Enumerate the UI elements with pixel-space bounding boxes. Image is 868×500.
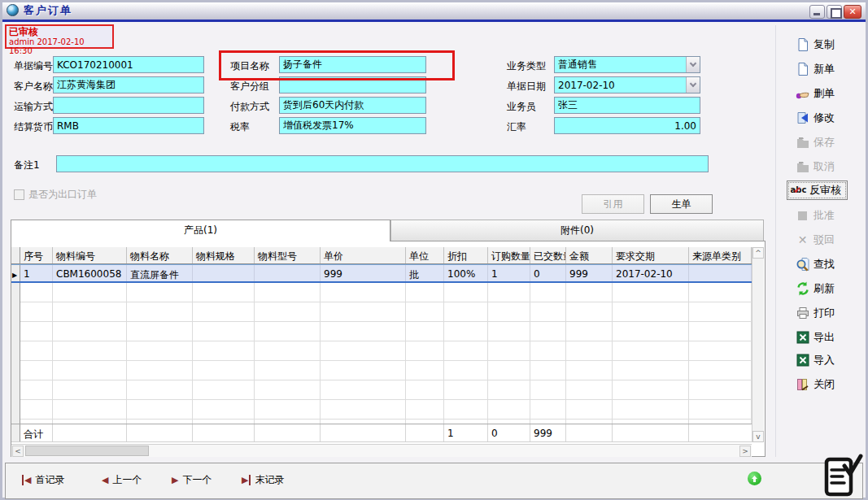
- remark1-input[interactable]: [56, 155, 709, 172]
- col-header[interactable]: 金额: [566, 247, 613, 263]
- grid-column-line: [530, 283, 566, 424]
- biz-type-combo[interactable]: [554, 56, 700, 73]
- import-button[interactable]: 导入: [795, 350, 835, 370]
- customer-order-window: 客户订单 ✕ 已审核 admin 2017-02-10 16:30 单据编号 客…: [0, 0, 868, 500]
- cell: [321, 424, 406, 441]
- remark1-label: 备注1: [14, 159, 40, 172]
- reference-button: 引用: [582, 194, 644, 214]
- export-order-checkbox-label: 是否为出口订单: [28, 188, 97, 202]
- total-qty: 1: [444, 424, 488, 441]
- scroll-left-icon[interactable]: <: [12, 446, 24, 457]
- cell: [613, 424, 689, 441]
- customer-input[interactable]: [53, 76, 204, 93]
- horizontal-scrollbar[interactable]: < >: [11, 444, 752, 457]
- cell: 2017-02-10: [613, 265, 689, 281]
- payment-input[interactable]: [279, 97, 426, 114]
- button-label: 批准: [813, 208, 835, 223]
- grid-column-line: [11, 283, 20, 424]
- order-date-combo[interactable]: [554, 76, 700, 93]
- col-header[interactable]: 已交数量: [530, 247, 566, 263]
- close-button[interactable]: ✕: [844, 5, 861, 19]
- save-folder-icon: [795, 135, 810, 150]
- biz-type-dropdown-button[interactable]: [686, 57, 700, 72]
- button-label: 导出: [813, 330, 835, 345]
- vertical-scrollbar[interactable]: ^ v: [752, 247, 764, 442]
- nav-last-record[interactable]: ▶ 末记录: [242, 473, 284, 487]
- nav-first-record[interactable]: ◀ 首记录: [22, 473, 64, 487]
- currency-input[interactable]: [53, 117, 204, 134]
- cell: 1: [488, 265, 530, 281]
- scroll-down-icon[interactable]: v: [752, 431, 764, 442]
- customer-label: 客户名称: [14, 80, 53, 93]
- col-header[interactable]: 折扣: [444, 247, 488, 263]
- record-navigation-bar: ◀ 首记录 ◀ 上一个 ▶ 下一个 ▶ 末记录: [5, 463, 863, 499]
- salesman-input[interactable]: [554, 97, 700, 114]
- transport-label: 运输方式: [14, 100, 53, 114]
- currency-label: 结算货币: [14, 120, 53, 134]
- tab-attachments[interactable]: 附件(0): [390, 220, 764, 241]
- first-record-icon: ◀: [22, 475, 31, 485]
- grid-column-line: [689, 283, 752, 424]
- close-icon: ✕: [848, 7, 856, 17]
- export-order-checkbox: [14, 189, 24, 200]
- tax-input[interactable]: [279, 117, 426, 134]
- modify-button[interactable]: 修改: [795, 108, 835, 128]
- delete-order-button[interactable]: 删单: [795, 84, 835, 103]
- nav-next[interactable]: ▶ 下一个: [172, 473, 212, 487]
- refresh-button[interactable]: 刷新: [795, 279, 835, 298]
- col-header[interactable]: 单价: [321, 247, 406, 263]
- app-globe-icon: [7, 4, 19, 16]
- col-header[interactable]: 物料编号: [53, 247, 127, 263]
- row-selector-cell: ▶: [11, 265, 20, 281]
- grid-column-line: [193, 283, 255, 424]
- total-selector-cell: [11, 424, 20, 441]
- button-label: 查找: [813, 257, 835, 272]
- col-header[interactable]: 单位: [406, 247, 444, 263]
- close-window-button[interactable]: 关闭: [795, 375, 835, 394]
- col-header[interactable]: 订购数量: [488, 247, 530, 263]
- biz-type-value[interactable]: [555, 57, 686, 72]
- print-button[interactable]: 打印: [795, 303, 835, 323]
- order-date-dropdown-button[interactable]: [686, 77, 700, 93]
- generate-order-button[interactable]: 生单: [650, 194, 713, 214]
- grid-header-row: 序号 物料编号 物料名称 物料规格 物料型号 单价 单位 折扣 订购数量 已交数…: [11, 247, 752, 264]
- unaudit-button[interactable]: abc✔ 反审核: [787, 180, 848, 200]
- export-order-checkbox-row: 是否为出口订单: [14, 188, 97, 202]
- tab-products[interactable]: 产品(1): [11, 220, 390, 241]
- nav-previous[interactable]: ◀ 上一个: [102, 473, 142, 487]
- export-button[interactable]: 导出: [795, 328, 835, 347]
- col-header[interactable]: 序号: [20, 247, 53, 263]
- col-header[interactable]: 要求交期: [613, 247, 689, 263]
- scroll-right-icon[interactable]: >: [739, 446, 751, 457]
- scroll-up-icon[interactable]: ^: [752, 247, 764, 259]
- grid-column-line: [488, 283, 530, 424]
- scrollbar-thumb[interactable]: [25, 446, 149, 456]
- cell: [689, 265, 752, 281]
- button-label: 导入: [813, 353, 835, 367]
- rate-input[interactable]: [554, 117, 700, 134]
- minimize-button[interactable]: [809, 5, 825, 19]
- copy-button[interactable]: 复制: [795, 35, 835, 54]
- col-header[interactable]: 来源单类别: [689, 247, 752, 263]
- order-no-input[interactable]: [53, 56, 204, 73]
- table-row[interactable]: ▶ 1 CBM1600058 直流屏备件 999 批 100% 1 0 999 …: [11, 264, 752, 283]
- button-label: 驳回: [813, 233, 835, 247]
- abc-unaudit-icon: abc✔: [791, 183, 806, 198]
- order-date-value[interactable]: [555, 77, 686, 93]
- order-no-label: 单据编号: [14, 59, 53, 73]
- cell: 0: [530, 265, 566, 281]
- nav-label: 上一个: [112, 473, 142, 487]
- col-header[interactable]: 物料型号: [255, 247, 321, 263]
- find-button[interactable]: 查找: [795, 254, 835, 274]
- button-label: 保存: [813, 135, 835, 150]
- cell: [193, 424, 255, 441]
- order-date-label: 单据日期: [507, 80, 546, 93]
- col-header[interactable]: 物料规格: [193, 247, 255, 263]
- new-order-button[interactable]: 新单: [795, 59, 835, 79]
- cell: 999: [321, 265, 406, 281]
- col-header[interactable]: 物料名称: [127, 247, 193, 263]
- nav-label: 下一个: [182, 473, 212, 487]
- maximize-button[interactable]: [827, 5, 842, 19]
- transport-input[interactable]: [53, 97, 204, 114]
- cell: 直流屏备件: [127, 265, 193, 281]
